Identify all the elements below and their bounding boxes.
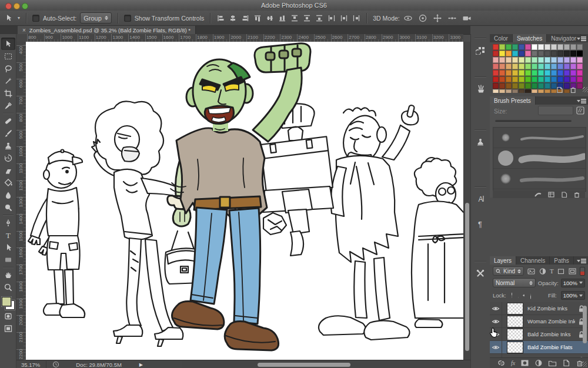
color-swatch[interactable]: [525, 89, 531, 93]
layer-name[interactable]: Bald Zombie Inks: [527, 331, 575, 337]
dist-left[interactable]: [328, 14, 336, 22]
paragraph-panel-icon[interactable]: ¶: [473, 216, 488, 232]
color-swatch[interactable]: [557, 76, 563, 82]
pan-icon[interactable]: [433, 14, 442, 23]
color-swatch[interactable]: [506, 76, 512, 82]
tab-paths[interactable]: Paths: [550, 256, 574, 265]
horizontal-ruler[interactable]: 8009001000110012001300140015001600170018…: [26, 34, 463, 42]
filter-toggle[interactable]: [580, 267, 585, 276]
tab-brush-presets[interactable]: Brush Presets: [490, 96, 536, 105]
layer-name[interactable]: Kid Zombie Inks: [527, 305, 575, 312]
layer-list-scrollbar-thumb[interactable]: [583, 306, 587, 343]
dodge-tool[interactable]: [1, 201, 15, 213]
color-swatch[interactable]: [512, 70, 518, 76]
link-layers-icon[interactable]: [497, 359, 506, 367]
filter-pixel-icon[interactable]: [527, 267, 536, 276]
color-swatch[interactable]: [493, 57, 499, 63]
lock-transparent-icon[interactable]: [510, 292, 513, 299]
color-swatch[interactable]: [519, 63, 524, 69]
color-swatch[interactable]: [532, 57, 537, 63]
color-swatch[interactable]: [519, 76, 524, 82]
dist-vcenter[interactable]: [303, 14, 311, 22]
color-swatch[interactable]: [499, 57, 505, 63]
dist-bottom[interactable]: [315, 14, 323, 22]
color-swatch[interactable]: [564, 63, 570, 69]
color-swatch[interactable]: [538, 44, 544, 50]
color-swatch[interactable]: [499, 44, 505, 50]
layer-row[interactable]: Woman Zombie Inks: [490, 315, 588, 328]
color-swatch[interactable]: [525, 57, 531, 63]
color-swatch[interactable]: [544, 57, 550, 63]
color-swatch[interactable]: [557, 44, 563, 50]
color-swatch[interactable]: [506, 70, 512, 76]
delete-swatch-icon[interactable]: [569, 86, 577, 93]
layer-visibility-eye-icon[interactable]: [490, 302, 502, 315]
color-swatch[interactable]: [557, 57, 563, 63]
roll-icon[interactable]: [418, 14, 427, 23]
filter-shape-icon[interactable]: [557, 267, 565, 276]
color-swatch[interactable]: [499, 83, 505, 89]
dist-hcenter[interactable]: [340, 14, 348, 22]
layer-row[interactable]: Bald Zombie Flats: [490, 341, 588, 354]
color-swatch[interactable]: [570, 63, 576, 69]
color-swatch[interactable]: [577, 70, 583, 76]
clone-stamp-tool[interactable]: [1, 139, 15, 152]
marquee-tool[interactable]: [1, 50, 15, 62]
tab-channels[interactable]: Channels: [516, 256, 550, 265]
color-swatch[interactable]: [532, 51, 537, 56]
panel-resize-grip[interactable]: [583, 87, 588, 92]
title-bar[interactable]: Adobe Photoshop CS6: [0, 0, 588, 11]
color-swatch[interactable]: [538, 70, 544, 76]
color-swatch[interactable]: [532, 83, 537, 89]
color-swatch[interactable]: [493, 83, 499, 89]
preset-manager-icon[interactable]: [547, 191, 555, 198]
fill-dropdown[interactable]: 100%: [561, 291, 585, 300]
color-swatch[interactable]: [551, 63, 557, 69]
color-swatch[interactable]: [532, 44, 537, 50]
color-swatch[interactable]: [493, 89, 499, 93]
align-hcenter[interactable]: [229, 14, 237, 22]
brush-size-field[interactable]: [538, 106, 573, 115]
vertical-ruler[interactable]: 4005006007008009001000110012001300140015…: [16, 42, 26, 360]
color-swatch[interactable]: [538, 83, 544, 89]
lock-all-icon[interactable]: [529, 292, 531, 300]
panel-menu-icon[interactable]: [578, 258, 586, 263]
color-swatch[interactable]: [551, 57, 557, 63]
color-swatch[interactable]: [493, 70, 499, 76]
opacity-dropdown[interactable]: 100%: [561, 279, 585, 287]
color-swatch[interactable]: [557, 51, 563, 56]
color-swatch[interactable]: [544, 63, 550, 69]
color-swatch[interactable]: [570, 70, 576, 76]
layer-thumbnail[interactable]: [507, 342, 523, 353]
layer-visibility-eye-icon[interactable]: [490, 328, 502, 340]
color-swatch[interactable]: [506, 89, 512, 93]
color-swatch[interactable]: [557, 70, 563, 76]
color-swatch[interactable]: [499, 89, 505, 93]
tab-color[interactable]: Color: [490, 34, 513, 42]
color-swatch[interactable]: [519, 70, 524, 76]
history-brush-tool[interactable]: [1, 152, 15, 164]
new-layer-icon[interactable]: [562, 359, 570, 367]
color-swatch[interactable]: [512, 44, 518, 50]
color-swatch[interactable]: [506, 44, 512, 50]
color-swatch[interactable]: [525, 44, 531, 50]
color-swatch[interactable]: [519, 57, 524, 63]
brush-preset-row[interactable]: [493, 148, 586, 169]
slide-icon[interactable]: [447, 14, 457, 23]
color-swatch[interactable]: [519, 51, 524, 56]
layer-name[interactable]: Bald Zombie Flats: [527, 344, 575, 350]
brush-preset-row[interactable]: [493, 128, 586, 148]
color-swatch[interactable]: [525, 70, 531, 76]
layer-style-icon[interactable]: fx: [511, 360, 515, 366]
color-swatch[interactable]: [493, 51, 499, 56]
layer-visibility-eye-icon[interactable]: [490, 341, 502, 353]
bristle-preview-icon[interactable]: [576, 106, 585, 115]
color-swatch[interactable]: [564, 51, 570, 56]
color-swatch[interactable]: [551, 44, 557, 50]
layer-thumbnail[interactable]: [507, 316, 523, 327]
character-panel-icon[interactable]: A: [473, 191, 488, 206]
color-swatch[interactable]: [538, 51, 544, 56]
close-tab-icon[interactable]: ×: [22, 27, 26, 34]
panel-menu-icon[interactable]: [578, 36, 586, 41]
color-swatch[interactable]: [538, 57, 544, 63]
